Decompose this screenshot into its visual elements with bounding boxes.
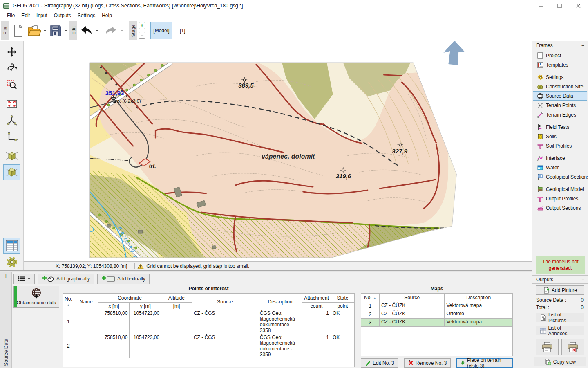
pan-tool-button[interactable] bbox=[3, 44, 20, 60]
col-altitude[interactable]: Altitude bbox=[161, 294, 192, 303]
undo-dropdown[interactable] bbox=[94, 21, 99, 40]
frames-minimize-button[interactable]: – bbox=[581, 43, 584, 48]
source-data-side-tab[interactable]: I Source Data bbox=[0, 272, 12, 368]
col-source[interactable]: Source bbox=[192, 294, 258, 310]
menu-outputs[interactable]: Outputs bbox=[51, 12, 74, 19]
menu-settings[interactable]: Settings bbox=[74, 12, 98, 19]
col-description[interactable]: Description bbox=[258, 294, 302, 310]
col-state[interactable]: State bbox=[331, 294, 354, 303]
new-file-button[interactable] bbox=[10, 21, 26, 40]
points-row-2[interactable]: 2 758510,00 1054723,00 CZ - ČGS ČGS Geo:… bbox=[63, 334, 355, 358]
add-textually-button[interactable]: Add textually bbox=[97, 274, 150, 284]
close-button[interactable] bbox=[569, 0, 588, 11]
maximize-button[interactable] bbox=[550, 0, 569, 11]
frame-item-soils[interactable]: Soils bbox=[533, 132, 587, 141]
add-picture-button[interactable]: Add Picture bbox=[536, 285, 584, 295]
col-attachment-unit: count bbox=[302, 303, 331, 310]
obtain-source-data-button[interactable]: Obtain source data bbox=[13, 286, 59, 308]
frame-item-construction-site[interactable]: Construction Site bbox=[533, 82, 587, 91]
axonometric-view-button[interactable] bbox=[3, 164, 20, 180]
col-no[interactable]: No. ▲ bbox=[63, 294, 74, 310]
frame-item-templates[interactable]: Templates bbox=[533, 60, 587, 70]
list-mode-button[interactable] bbox=[13, 274, 35, 284]
print-button[interactable] bbox=[536, 339, 559, 355]
print-log-button[interactable] bbox=[561, 339, 584, 355]
frame-item-settings[interactable]: Settings bbox=[533, 72, 587, 82]
save-file-dropdown[interactable] bbox=[64, 21, 69, 40]
frame-item-field-tests[interactable]: Field Tests bbox=[533, 122, 587, 132]
axes-3d-button[interactable] bbox=[3, 112, 20, 128]
menu-input[interactable]: Input bbox=[33, 12, 51, 19]
col-attachment[interactable]: Attachment bbox=[302, 294, 331, 303]
col-state-unit: point bbox=[331, 303, 354, 310]
copy-view-button[interactable]: 1 Copy view bbox=[534, 357, 586, 366]
construction-site-icon bbox=[537, 83, 543, 90]
maps-table[interactable]: No. ▲ Source Description 1 CZ - ČÚZK Vek… bbox=[361, 293, 513, 327]
list-of-annexes-button[interactable]: List of Annexes bbox=[536, 326, 584, 335]
open-file-button[interactable] bbox=[27, 21, 42, 40]
source-data-globe-icon bbox=[537, 93, 543, 99]
col-coordinate[interactable]: Coordinate bbox=[98, 294, 161, 303]
list-of-pictures-icon bbox=[540, 314, 546, 321]
undo-button[interactable] bbox=[78, 21, 94, 40]
frame-item-interface[interactable]: Interface bbox=[533, 153, 587, 163]
cube-view-icon bbox=[5, 166, 18, 178]
table-view-button[interactable] bbox=[3, 238, 20, 254]
stage-model-button[interactable]: [Model] bbox=[150, 22, 172, 39]
maps-row-2[interactable]: 2 CZ - ČÚZK Ortofoto bbox=[361, 310, 513, 319]
save-file-button[interactable] bbox=[48, 21, 63, 40]
perspective-view-button[interactable] bbox=[3, 148, 20, 164]
list-of-pictures-button[interactable]: List of Pictures bbox=[536, 313, 584, 322]
list-mode-dropdown[interactable] bbox=[27, 278, 31, 280]
points-of-interest-table[interactable]: No. ▲ Name Coordinate Altitude Source De… bbox=[63, 293, 355, 358]
zoom-extents-button[interactable] bbox=[3, 96, 20, 112]
col-name[interactable]: Name bbox=[74, 294, 98, 310]
map-label-region: vápenec, dolomit bbox=[262, 153, 315, 160]
stage-remove-button[interactable]: − bbox=[139, 32, 145, 39]
redo-button[interactable] bbox=[103, 21, 119, 40]
rotate-view-button[interactable] bbox=[3, 61, 20, 76]
place-on-terrain-button[interactable]: Place on terrain (číslo 3) bbox=[456, 358, 513, 368]
maps-row-1[interactable]: 1 CZ - ČÚZK Vektorová mapa bbox=[361, 302, 513, 310]
soil-profiles-icon bbox=[537, 143, 543, 149]
add-graphically-button[interactable]: Add graphically bbox=[38, 274, 94, 284]
outputs-minimize-button[interactable]: – bbox=[581, 277, 584, 283]
axes-2d-icon bbox=[6, 130, 18, 143]
table-icon bbox=[5, 239, 19, 252]
pan-icon bbox=[6, 46, 18, 58]
stage-add-button[interactable]: + bbox=[139, 22, 145, 29]
frame-item-source-data[interactable]: Source Data bbox=[533, 91, 587, 101]
frame-item-water[interactable]: Water bbox=[533, 163, 587, 172]
maps-row-3-selected[interactable]: 3 CZ - ČÚZK Vektorová mapa bbox=[361, 319, 513, 327]
frame-item-geological-model[interactable]: Geological Model bbox=[533, 184, 587, 194]
frame-item-soil-profiles[interactable]: Soil Profiles bbox=[533, 141, 587, 150]
edit-map-button[interactable]: Edit No. 3 bbox=[361, 358, 398, 368]
axes-2d-button[interactable] bbox=[3, 129, 20, 144]
map-viewport[interactable]: 389,5 327,9 319,6 vápenec, dolomit 351,9… bbox=[24, 41, 532, 261]
add-picture-icon bbox=[543, 287, 550, 294]
menu-edit[interactable]: Edit bbox=[18, 12, 33, 19]
points-row-1[interactable]: 1 758510,00 1054723,00 CZ - ČGS ČGS Geo:… bbox=[63, 310, 355, 334]
maps-col-description[interactable]: Description bbox=[445, 294, 513, 302]
open-file-dropdown[interactable] bbox=[42, 21, 47, 40]
map-canvas[interactable]: 389,5 327,9 319,6 vápenec, dolomit 351,9… bbox=[24, 41, 532, 270]
col-x[interactable]: x [m] bbox=[98, 303, 130, 310]
col-y[interactable]: y [m] bbox=[130, 303, 161, 310]
frame-item-terrain-points[interactable]: Terrain Points bbox=[533, 101, 587, 110]
menu-help[interactable]: Help bbox=[98, 12, 115, 19]
drawing-settings-button[interactable] bbox=[3, 254, 20, 270]
menu-file[interactable]: File bbox=[4, 12, 18, 19]
frames-list: Project Templates Settings Construction … bbox=[532, 49, 588, 213]
frame-item-geological-sections[interactable]: Geological Sections bbox=[533, 172, 587, 182]
maps-col-no[interactable]: No. ▲ bbox=[361, 294, 380, 302]
redo-dropdown[interactable] bbox=[119, 21, 124, 40]
minimize-button[interactable] bbox=[531, 0, 550, 11]
frame-item-project[interactable]: Project bbox=[533, 51, 587, 60]
zoom-region-button[interactable] bbox=[3, 77, 20, 92]
app-window: GEO5 2021 - Stratigraphy (32 bit) (Logs,… bbox=[0, 0, 588, 368]
frame-item-terrain-edges[interactable]: Terrain Edges bbox=[533, 110, 587, 119]
frame-item-output-sections[interactable]: Output Sections bbox=[533, 203, 587, 213]
frame-item-output-profiles[interactable]: Output Profiles bbox=[533, 194, 587, 203]
remove-map-button[interactable]: Remove No. 3 bbox=[404, 358, 451, 368]
maps-col-source[interactable]: Source bbox=[379, 294, 445, 302]
